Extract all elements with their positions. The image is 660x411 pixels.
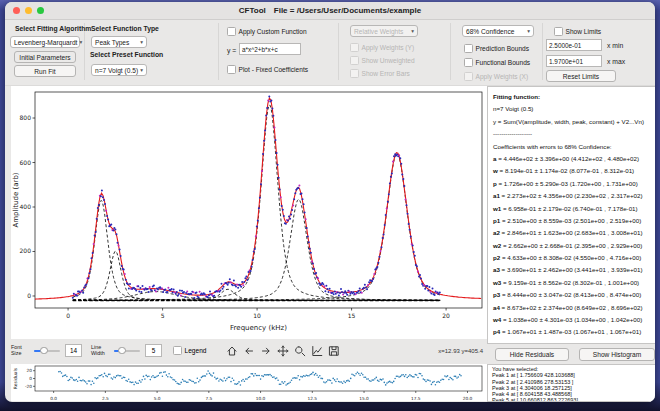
main-plot[interactable]: 051015200200400600800Frequency (kHz)Ampl… <box>11 86 487 339</box>
hide-residuals-label: Hide Residuals <box>510 351 554 358</box>
legend-checkbox[interactable]: Legend <box>173 346 207 355</box>
x-min-input[interactable]: 2.5000e-01 <box>546 39 602 51</box>
coefficient-line: a1 = 2.273e+02 ± 4.356e+00 (2.230e+02 , … <box>493 190 655 202</box>
slider-knob[interactable] <box>118 347 126 355</box>
chevron-down-icon: ▾ <box>140 39 143 45</box>
svg-text:0: 0 <box>66 312 70 319</box>
svg-text:20: 20 <box>27 368 33 373</box>
svg-text:15.0: 15.0 <box>359 396 369 401</box>
checkbox-box <box>227 27 236 36</box>
coefficient-line: w2 = 2.662e+00 ± 2.668e-01 (2.395e+00 , … <box>493 240 655 252</box>
svg-text:2.5: 2.5 <box>102 396 109 401</box>
checkbox-box <box>554 27 563 36</box>
coefficient-list: a = 4.446e+02 ± 3.396e+00 (4.412e+02 , 4… <box>493 153 655 344</box>
prediction-bounds-label: Prediction Bounds <box>476 45 530 52</box>
apply-custom-function-checkbox[interactable]: Apply Custom Function <box>227 27 307 36</box>
plot-fixed-coefficients-checkbox[interactable]: Plot - Fixed Coefficients <box>227 65 308 74</box>
function-type-label: Select Function Type <box>91 25 159 32</box>
svg-text:10: 10 <box>253 312 261 319</box>
chevron-down-icon: ▾ <box>527 28 530 34</box>
confidence-select[interactable]: 68% Confidence ▾ <box>462 25 534 37</box>
hide-residuals-button[interactable]: Hide Residuals <box>495 348 569 361</box>
svg-text:-20: -20 <box>25 384 32 389</box>
residuals-plot-canvas: 0.02.55.07.510.012.515.017.520.0-20020Re… <box>11 364 487 401</box>
coefficient-line: p4 = 1.067e+01 ± 1.487e-03 (1.067e+01 , … <box>493 326 655 338</box>
svg-text:20.0: 20.0 <box>463 396 473 401</box>
preset-function-select[interactable]: n=7 Voigt (0.5) ▾ <box>91 64 147 76</box>
font-size-value[interactable]: 14 <box>65 344 82 357</box>
coefficient-line: w3 = 9.159e-01 ± 8.562e-02 (8.302e-01 , … <box>493 277 655 289</box>
zoom-window-button[interactable] <box>37 7 44 14</box>
svg-text:Frequency (kHz): Frequency (kHz) <box>230 324 287 332</box>
fitting-algorithm-value: Levenberg-Marquardt <box>14 39 77 46</box>
show-unweighted-checkbox: Show Unweighted <box>350 56 415 65</box>
pan-button[interactable] <box>277 344 290 357</box>
checkbox-box <box>464 58 473 67</box>
home-button[interactable] <box>226 344 239 357</box>
coefficient-line: a2 = 2.846e+01 ± 1.623e+00 (2.683e+01 , … <box>493 227 655 239</box>
show-histogram-button[interactable]: Show Histogram <box>579 348 655 361</box>
reset-limits-button[interactable]: Reset Limits <box>546 70 616 82</box>
x-min-label: x min <box>607 42 623 49</box>
close-window-button[interactable] <box>13 7 20 14</box>
equation-input[interactable]: a*x^2+b*x+c <box>239 43 301 55</box>
back-button[interactable] <box>243 344 256 357</box>
show-limits-checkbox[interactable]: Show Limits <box>554 27 601 36</box>
pan-icon <box>277 345 289 357</box>
window-title: CFTool File = /Users/User/Documents/exam… <box>5 2 655 19</box>
initial-parameters-button[interactable]: Initial Parameters <box>14 51 76 63</box>
svg-text:Residuals: Residuals <box>13 367 18 389</box>
functional-bounds-label: Functional Bounds <box>476 59 531 66</box>
coefficient-line: a5 = 4.843e+02 ± 2.429e+00 (4.819e+02 , … <box>493 339 655 344</box>
coefficient-line: p1 = 2.510e+00 ± 8.559e-03 (2.501e+00 , … <box>493 215 655 227</box>
line-width-slider[interactable] <box>114 347 140 355</box>
x-max-input[interactable]: 1.9700e+01 <box>546 55 602 67</box>
preset-function-value: n=7 Voigt (0.5) <box>95 67 138 74</box>
back-icon <box>243 345 255 357</box>
app-name: CFTool <box>239 6 266 15</box>
apply-weights-x-checkbox: Apply Weights (X) <box>464 72 528 81</box>
line-width-value[interactable]: 5 <box>145 344 162 357</box>
divider <box>338 23 339 80</box>
svg-text:20: 20 <box>442 312 450 319</box>
font-size-slider[interactable] <box>34 347 60 355</box>
slider-knob[interactable] <box>40 347 48 355</box>
chevron-down-icon: ▾ <box>411 28 414 34</box>
residuals-plot[interactable]: 0.02.55.07.510.012.515.017.520.0-20020Re… <box>11 364 487 401</box>
nav-icon-group <box>226 344 341 357</box>
apply-weights-x-label: Apply Weights (X) <box>476 73 529 80</box>
forward-button[interactable] <box>260 344 273 357</box>
svg-text:0: 0 <box>27 292 31 299</box>
functional-bounds-checkbox[interactable]: Functional Bounds <box>464 58 530 67</box>
coefficient-line: p = 1.726e+00 ± 5.290e-03 (1.720e+00 , 1… <box>493 178 655 190</box>
subplots-button[interactable] <box>311 344 324 357</box>
divider <box>218 23 219 80</box>
equation-prefix: y = <box>227 47 236 54</box>
function-type-select[interactable]: Peak Types ▾ <box>91 36 147 48</box>
coefficient-line: a4 = 8.673e+02 ± 2.374e+00 (8.649e+02 , … <box>493 302 655 314</box>
checkbox-box <box>464 44 473 53</box>
line-width-label: Line Width <box>91 345 109 357</box>
svg-text:12.5: 12.5 <box>308 396 318 401</box>
coefficients-heading: Coefficients with errors to 68% Confiden… <box>493 141 655 153</box>
window-file-path: File = /Users/User/Documents/example <box>274 6 421 15</box>
fitting-algorithm-select[interactable]: Levenberg-Marquardt ▾ <box>10 36 80 48</box>
svg-text:600: 600 <box>20 159 32 166</box>
zoom-button[interactable] <box>294 344 307 357</box>
save-icon <box>328 345 340 357</box>
save-button[interactable] <box>328 344 341 357</box>
x-max-value: 1.9700e+01 <box>549 58 583 65</box>
prediction-bounds-checkbox[interactable]: Prediction Bounds <box>464 44 529 53</box>
divider <box>542 23 543 80</box>
svg-text:200: 200 <box>20 247 32 254</box>
cursor-position: x=12.93 y=405.4 <box>438 348 483 354</box>
selection-box: You have selected: Peak 1 at [ 1.756609 … <box>487 364 655 402</box>
preset-function-label: Select Preset Function <box>90 51 163 58</box>
checkbox-box <box>350 69 359 78</box>
results-separator: ------------------- <box>493 128 655 140</box>
fitting-algorithm-label: Select Fitting Algorithm <box>15 25 91 32</box>
svg-text:400: 400 <box>20 203 32 210</box>
minimize-window-button[interactable] <box>25 7 32 14</box>
run-fit-button[interactable]: Run Fit <box>14 65 76 77</box>
apply-weights-y-label: Apply Weights (Y) <box>362 44 415 51</box>
